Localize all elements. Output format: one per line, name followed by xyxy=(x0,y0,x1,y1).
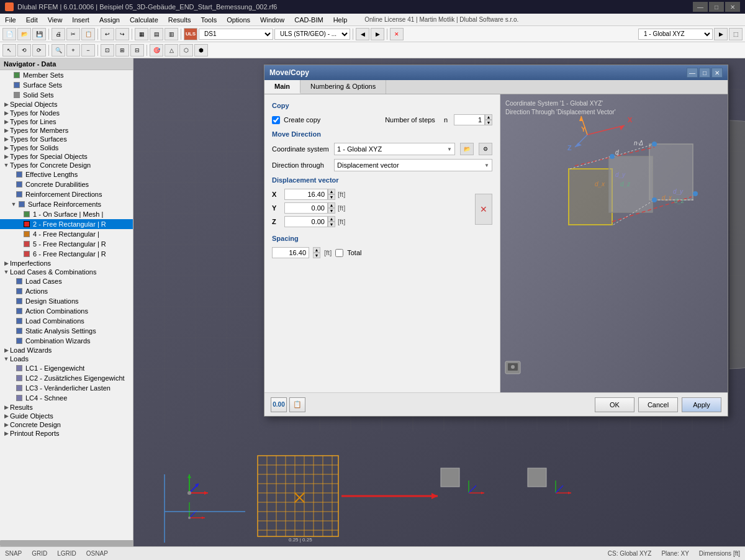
nav-item-sr-2[interactable]: 2 - Free Rectangular | R xyxy=(0,219,133,229)
total-checkbox[interactable] xyxy=(335,249,343,257)
nav-item-types-special[interactable]: ▶ Types for Special Objects xyxy=(0,152,133,161)
tb2-btn2[interactable]: ⟲ xyxy=(17,44,31,56)
tb2-btn1[interactable]: ↖ xyxy=(2,44,16,56)
tb2-btn5[interactable]: + xyxy=(66,44,80,56)
menu-calculate[interactable]: Calculate xyxy=(125,14,163,25)
grid-status[interactable]: GRID xyxy=(32,550,47,557)
dialog-close-button[interactable]: ✕ xyxy=(711,68,723,78)
open-button[interactable]: 📂 xyxy=(17,28,31,40)
nav-item-imperfections[interactable]: ▶ Imperfections xyxy=(0,259,133,268)
tb2-btn4[interactable]: 🔍 xyxy=(52,44,65,56)
nav-item-action-combo[interactable]: Action Combinations xyxy=(0,306,133,316)
nav-item-lc3[interactable]: LC3 - Veränderlicher Lasten xyxy=(0,383,133,393)
nav-item-lc4[interactable]: LC4 - Schnee xyxy=(0,393,133,403)
nav-item-types-solids[interactable]: ▶ Types for Solids xyxy=(0,143,133,152)
nav-item-types-lines[interactable]: ▶ Types for Lines xyxy=(0,117,133,126)
menu-options[interactable]: Options xyxy=(222,14,255,25)
nav-item-sr-4[interactable]: 4 - Free Rectangular | xyxy=(0,229,133,239)
tab-numbering[interactable]: Numbering & Options xyxy=(300,80,386,94)
nav-item-combo-wizards[interactable]: Combination Wizards xyxy=(0,336,133,346)
nav-item-sr-5[interactable]: 5 - Free Rectangular | R xyxy=(0,239,133,249)
x-down-button[interactable]: ▼ xyxy=(328,194,335,200)
tb-btn10[interactable]: ✕ xyxy=(390,28,404,40)
minimize-button[interactable]: — xyxy=(693,2,708,12)
direction-combo[interactable]: Displacement vector ▼ xyxy=(334,159,492,171)
x-up-button[interactable]: ▲ xyxy=(328,189,335,194)
tb-btn6[interactable]: ▥ xyxy=(165,28,178,40)
nav-item-types-concrete[interactable]: ▼ Types for Concrete Design xyxy=(0,161,133,169)
spacing-down-button[interactable]: ▼ xyxy=(313,253,320,258)
tb2-btn8[interactable]: ⊞ xyxy=(115,44,129,56)
nav-item-concrete-dur[interactable]: Concrete Durabilities xyxy=(0,179,133,189)
coord-icon-btn2[interactable]: ⚙ xyxy=(479,143,492,155)
spacing-up-button[interactable]: ▲ xyxy=(313,247,320,253)
menu-cad-bim[interactable]: CAD-BIM xyxy=(289,14,328,25)
menu-file[interactable]: File xyxy=(0,14,21,25)
menu-results[interactable]: Results xyxy=(163,14,196,25)
menu-window[interactable]: Window xyxy=(255,14,289,25)
tb2-btn6[interactable]: − xyxy=(81,44,95,56)
x-input[interactable] xyxy=(284,189,328,200)
nav-item-reinf-dir[interactable]: Reinforcement Directions xyxy=(0,189,133,199)
menu-insert[interactable]: Insert xyxy=(67,14,94,25)
nav-item-load-wizards[interactable]: ▶ Load Wizards xyxy=(0,346,133,355)
coord-system-combo[interactable]: 1 - Global XYZ ▼ xyxy=(334,143,455,155)
menu-help[interactable]: Help xyxy=(328,14,353,25)
tb-btn7[interactable]: ULS xyxy=(184,28,197,40)
z-input[interactable] xyxy=(284,216,328,227)
nav-item-static-analysis[interactable]: Static Analysis Settings xyxy=(0,326,133,336)
tb-btn5[interactable]: ▤ xyxy=(150,28,163,40)
z-down-button[interactable]: ▼ xyxy=(328,222,335,227)
new-button[interactable]: 📄 xyxy=(2,28,16,40)
create-copy-checkbox[interactable] xyxy=(272,116,280,124)
dialog-maximize-button[interactable]: □ xyxy=(699,68,710,78)
ok-button[interactable]: OK xyxy=(595,397,634,412)
undo-button[interactable]: ↩ xyxy=(101,28,114,40)
nav-item-design-sit[interactable]: Design Situations xyxy=(0,296,133,306)
menu-view[interactable]: View xyxy=(43,14,68,25)
y-down-button[interactable]: ▼ xyxy=(328,208,335,214)
y-up-button[interactable]: ▲ xyxy=(328,202,335,208)
design-combo[interactable]: ULS (STR/GEO) - ... xyxy=(274,29,350,40)
dialog-minimize-button[interactable]: — xyxy=(687,68,698,78)
nav-item-load-combo[interactable]: Load Combinations xyxy=(0,316,133,326)
nav-item-sr-1[interactable]: 1 - On Surface | Mesh | xyxy=(0,209,133,219)
nav-item-solid-sets[interactable]: Solid Sets xyxy=(0,90,133,100)
nav-item-guide-objects[interactable]: ▶ Guide Objects xyxy=(0,412,133,420)
tb2-btn7[interactable]: ⊡ xyxy=(101,44,114,56)
nav-item-load-cases[interactable]: Load Cases xyxy=(0,276,133,286)
canvas-area[interactable]: +Z xyxy=(133,58,745,546)
reset-button[interactable]: 0.00 xyxy=(271,397,287,412)
close-button[interactable]: ✕ xyxy=(725,2,740,12)
y-input[interactable] xyxy=(284,202,328,214)
cancel-button[interactable]: Cancel xyxy=(638,397,678,412)
nav-item-load-cases-combo[interactable]: ▼ Load Cases & Combinations xyxy=(0,268,133,276)
coord-combo[interactable]: 1 - Global XYZ xyxy=(638,29,713,40)
nav-item-surface-sets[interactable]: Surface Sets xyxy=(0,80,133,90)
maximize-button[interactable]: □ xyxy=(709,2,724,12)
save-button[interactable]: 💾 xyxy=(32,28,46,40)
nav-item-types-members[interactable]: ▶ Types for Members xyxy=(0,126,133,135)
nav-item-loads[interactable]: ▼ Loads xyxy=(0,355,133,363)
tb-btn9[interactable]: ▶ xyxy=(371,28,384,40)
coord-icon-btn1[interactable]: 📂 xyxy=(460,143,474,155)
nav-item-lc1[interactable]: LC1 - Eigengewicht xyxy=(0,363,133,373)
nav-item-lc2[interactable]: LC2 - Zusätzliches Eigengewicht xyxy=(0,373,133,383)
clear-vector-button[interactable]: ✕ xyxy=(475,194,492,225)
tb2-btn13[interactable]: ⬢ xyxy=(194,44,208,56)
tb-btn8[interactable]: ◀ xyxy=(356,28,369,40)
nav-item-types-surfaces[interactable]: ▶ Types for Surfaces xyxy=(0,135,133,143)
nav-item-printout[interactable]: ▶ Printout Reports xyxy=(0,429,133,438)
nav-item-sr-6[interactable]: 6 - Free Rectangular | R xyxy=(0,249,133,259)
copy-to-clipboard-button[interactable]: 📋 xyxy=(289,397,305,412)
apply-button[interactable]: Apply xyxy=(682,397,721,412)
print-button[interactable]: 🖨 xyxy=(52,28,65,40)
nav-item-surface-reinf[interactable]: ▼ Surface Reinforcements xyxy=(0,199,133,209)
nav-item-special-objects[interactable]: ▶ Special Objects xyxy=(0,100,133,109)
tb2-btn10[interactable]: 🎯 xyxy=(150,44,163,56)
nav-item-concrete-design[interactable]: ▶ Concrete Design xyxy=(0,420,133,429)
tb2-btn12[interactable]: ⬡ xyxy=(179,44,193,56)
uls-combo[interactable]: DS1 xyxy=(199,29,273,40)
nav-item-results[interactable]: ▶ Results xyxy=(0,403,133,412)
tb-btn3[interactable]: 📋 xyxy=(81,28,95,40)
